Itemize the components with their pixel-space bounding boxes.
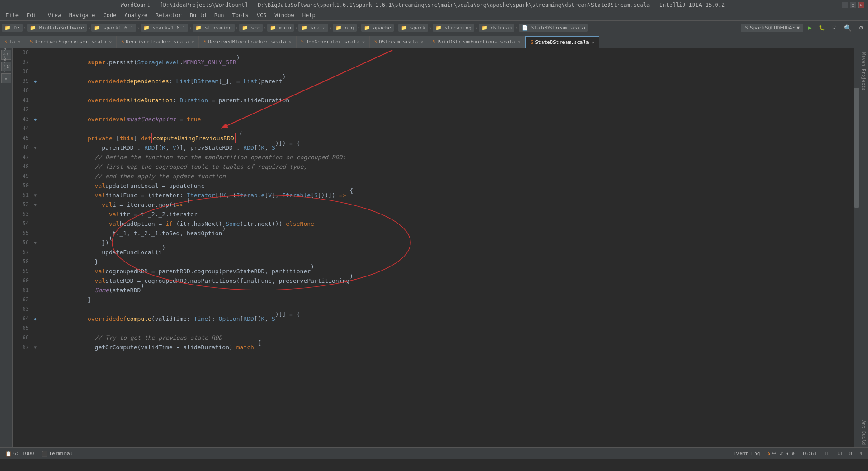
code-line-47: // Define the function for the mapPartit… xyxy=(45,152,854,162)
todo-button[interactable]: 📋 6: TODO xyxy=(4,451,36,457)
menu-code[interactable]: Code xyxy=(100,11,120,19)
menu-window[interactable]: Window xyxy=(271,11,297,19)
breadcrumb-scala[interactable]: 📁 scala xyxy=(298,24,328,32)
scrollbar-thumb[interactable] xyxy=(854,88,859,208)
sidebar-icon-fav[interactable]: ★ xyxy=(1,73,11,83)
encoding-indicator[interactable]: UTF-8 xyxy=(835,451,854,457)
scala-icon-ds: S xyxy=(374,39,377,44)
ant-build-label[interactable]: Ant Build xyxy=(861,418,866,447)
breadcrumb-statedstream[interactable]: 📄 StateDStream.scala xyxy=(519,24,588,32)
close-button[interactable]: ✕ xyxy=(858,2,864,8)
tab-la[interactable]: S la ✕ xyxy=(0,36,25,48)
tab-receiversupervisor[interactable]: S ReceiverSupervisor.scala ✕ xyxy=(25,36,117,48)
breadcrumb-streaming[interactable]: 📁 streaming xyxy=(193,24,234,32)
breadcrumb-d[interactable]: 📁 D: xyxy=(2,24,23,32)
close-tab-rt[interactable]: ✕ xyxy=(191,39,194,44)
run-config-selector[interactable]: S SparkSQLUDFUDAF ▼ xyxy=(741,24,803,32)
code-line-49: // and then apply the update function xyxy=(45,171,854,181)
tab-label-la: la xyxy=(9,39,15,45)
menu-view[interactable]: View xyxy=(44,11,65,19)
encoding-text: UTF-8 xyxy=(837,451,852,457)
code-area[interactable]: super.persist(StorageLevel.MEMORY_ONLY_S… xyxy=(40,48,854,447)
scala-status-button[interactable]: S 中 ♪ ✦ ⊕ xyxy=(766,450,797,457)
tab-statedstream[interactable]: S StateDStream.scala ✕ xyxy=(525,36,599,48)
menu-vcs[interactable]: VCS xyxy=(253,11,270,19)
code-line-65 xyxy=(45,324,854,333)
breadcrumb-spark-161[interactable]: 📁 spark-1.6.1 xyxy=(141,24,188,32)
code-line-46: parentRDD : RDD[(K, V)], prevStateRDD : … xyxy=(45,143,854,152)
terminal-button[interactable]: ⬛ Terminal xyxy=(39,451,75,457)
menu-analyze[interactable]: Analyze xyxy=(121,11,151,19)
search-button[interactable]: 🔍 xyxy=(841,22,854,34)
toolbar: 📁 D: › 📁 BigDataSoftware › 📁 spark1.6.1 … xyxy=(0,21,868,35)
breadcrumb-main[interactable]: 📁 main xyxy=(267,24,294,32)
menu-build[interactable]: Build xyxy=(186,11,210,19)
scala-icon-sds: S xyxy=(530,40,533,45)
tab-dstream[interactable]: S DStream.scala ✕ xyxy=(370,36,428,48)
close-tab-pd[interactable]: ✕ xyxy=(518,39,520,44)
tab-pairdstream[interactable]: S PairDStreamFunctions.scala ✕ xyxy=(428,36,525,48)
menu-help[interactable]: Help xyxy=(299,11,319,19)
sidebar-icon-2[interactable]: 2: Structure xyxy=(1,62,11,71)
close-tab-sds[interactable]: ✕ xyxy=(592,40,594,45)
breadcrumb-spark161[interactable]: 📁 spark1.6.1 xyxy=(91,24,136,32)
indent-indicator[interactable]: 4 xyxy=(858,451,864,457)
scala-icon-jg: S xyxy=(301,39,304,44)
position-text: 16:61 xyxy=(802,451,817,457)
indent-text: 4 xyxy=(859,451,863,457)
code-line-63 xyxy=(45,304,854,314)
tab-receivedblocktracker[interactable]: S ReceivedBlockTracker.scala ✕ xyxy=(199,36,296,48)
settings-button[interactable]: ⚙ xyxy=(856,22,866,34)
breadcrumb-apache[interactable]: 📁 apache xyxy=(361,24,394,32)
menu-file[interactable]: File xyxy=(2,11,22,19)
code-line-45: private [this] def computeUsingPreviousR… xyxy=(45,133,854,143)
breadcrumb-streaming2[interactable]: 📁 streaming xyxy=(433,24,474,32)
tab-jobgenerator[interactable]: S JobGenerator.scala ✕ xyxy=(297,36,370,48)
breadcrumb-src[interactable]: 📁 src xyxy=(239,24,263,32)
maximize-button[interactable]: □ xyxy=(850,2,856,8)
scala-icon-rt: S xyxy=(121,39,124,44)
tab-receivertracker[interactable]: S ReceiverTracker.scala ✕ xyxy=(117,36,199,48)
menu-run[interactable]: Run xyxy=(211,11,228,19)
menu-refactor[interactable]: Refactor xyxy=(152,11,185,19)
close-tab-rs[interactable]: ✕ xyxy=(109,39,112,44)
menu-edit[interactable]: Edit xyxy=(23,11,43,19)
scala-icon: S xyxy=(5,39,7,44)
scala-icon-rbt: S xyxy=(203,39,206,44)
event-log-button[interactable]: Event Log xyxy=(731,451,762,457)
coverage-button[interactable]: ☑ xyxy=(830,22,840,34)
breadcrumb-org[interactable]: 📁 org xyxy=(333,24,357,32)
code-line-67: getOrCompute(validTime - slideDuration) … xyxy=(45,343,854,352)
scala-icon-pd: S xyxy=(433,39,435,44)
menu-bar: File Edit View Navigate Code Analyze Ref… xyxy=(0,10,868,21)
scala-status-text: 中 ♪ ✦ ⊕ xyxy=(772,450,795,457)
run-button[interactable]: ▶ xyxy=(805,22,814,34)
tab-label-sds: StateDStream.scala xyxy=(535,39,589,45)
close-tab-ds[interactable]: ✕ xyxy=(420,39,423,44)
code-line-64: override def compute(validTime: Time): O… xyxy=(45,314,854,324)
code-line-53: val itr = t._2._2.iterator xyxy=(45,209,854,219)
lf-indicator[interactable]: LF xyxy=(822,451,832,457)
breadcrumb-dstream[interactable]: 📁 dstream xyxy=(479,24,514,32)
debug-button[interactable]: 🐛 xyxy=(816,22,828,34)
tab-label-jg: JobGenerator.scala xyxy=(306,39,359,45)
status-bar: 📋 6: TODO ⬛ Terminal Event Log S 中 ♪ ✦ ⊕… xyxy=(0,447,868,459)
close-tab-jg[interactable]: ✕ xyxy=(362,39,365,44)
tabs-bar: S la ✕ S ReceiverSupervisor.scala ✕ S Re… xyxy=(0,35,868,48)
menu-tools[interactable]: Tools xyxy=(229,11,252,19)
breadcrumb-bigdata[interactable]: 📁 BigDataSoftware xyxy=(27,24,87,32)
maven-projects-label[interactable]: Maven Projects xyxy=(861,50,866,93)
breadcrumb-spark[interactable]: 📁 spark xyxy=(398,24,428,32)
status-right: Event Log S 中 ♪ ✦ ⊕ 16:61 LF UTF-8 4 xyxy=(731,450,864,457)
vertical-scrollbar[interactable] xyxy=(854,48,859,447)
menu-navigate[interactable]: Navigate xyxy=(66,11,99,19)
close-tab-la[interactable]: ✕ xyxy=(18,39,20,44)
status-left: 📋 6: TODO ⬛ Terminal xyxy=(4,451,75,457)
title-bar: WordCount - [D:\IdeaProjects\WordCount] … xyxy=(0,0,868,10)
tab-label-rt: ReceiverTracker.scala xyxy=(126,39,189,45)
tab-label-rs: ReceiverSupervisor.scala xyxy=(34,39,106,45)
minimize-button[interactable]: ─ xyxy=(842,2,848,8)
tab-label-ds: DStream.scala xyxy=(379,39,418,45)
close-tab-rbt[interactable]: ✕ xyxy=(289,39,292,44)
code-line-60: val stateRDD = cogroupedRDD.mapPartition… xyxy=(45,276,854,285)
